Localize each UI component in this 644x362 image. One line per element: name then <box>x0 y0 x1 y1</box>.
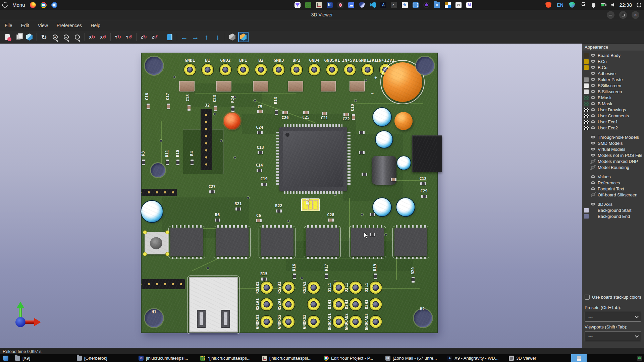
rotate-z-ccw-button[interactable]: Z↺ <box>150 32 160 42</box>
taskbar-item[interactable]: Ki[inlucrucumufaespsi... <box>139 354 200 362</box>
rotate-y-cw-button[interactable]: Y↻ <box>113 32 123 42</box>
eye-visibility-icon[interactable] <box>590 174 596 179</box>
move-up-button[interactable]: ↑ <box>201 32 212 42</box>
battery-icon[interactable] <box>601 3 606 6</box>
rotate-x-cw-button[interactable]: X↻ <box>87 32 97 42</box>
move-down-button[interactable]: ↓ <box>212 32 223 42</box>
color-swatch[interactable] <box>584 83 589 88</box>
clock[interactable]: 22:38 <box>619 2 632 8</box>
eye-visibility-icon[interactable] <box>590 202 596 206</box>
eye-visibility-icon[interactable] <box>590 147 596 152</box>
eye-visibility-icon[interactable] <box>590 107 596 112</box>
mail-m-icon[interactable]: M <box>466 2 472 8</box>
terminal-icon[interactable]: >_ <box>391 2 397 8</box>
presets-select[interactable]: --- <box>585 312 641 322</box>
schematic-app-icon[interactable] <box>316 2 322 8</box>
text-editor-icon[interactable]: ✎ <box>402 2 408 8</box>
color-swatch[interactable] <box>584 114 589 118</box>
color-swatch[interactable] <box>584 59 589 64</box>
color-swatch[interactable] <box>584 71 589 76</box>
flip-board-button[interactable] <box>164 32 175 42</box>
menu-edit[interactable]: Edit <box>21 23 29 28</box>
eye-visibility-icon[interactable] <box>590 71 596 76</box>
vpn-shield-icon[interactable] <box>569 2 575 8</box>
minimize-button[interactable] <box>607 11 614 19</box>
close-button[interactable]: × <box>632 11 639 19</box>
eye-visibility-icon[interactable] <box>590 135 596 139</box>
eye-visibility-icon[interactable] <box>590 192 596 197</box>
menu-help[interactable]: Help <box>91 23 100 28</box>
color-swatch[interactable] <box>584 53 589 58</box>
show-desktop-button[interactable] <box>3 354 8 362</box>
copy-image-button[interactable] <box>13 32 23 42</box>
zoom-out-button[interactable]: − <box>61 32 71 42</box>
bell-icon[interactable] <box>592 3 595 7</box>
eye-visibility-icon[interactable] <box>590 77 596 82</box>
move-left-button[interactable]: ← <box>179 32 190 42</box>
color-swatch[interactable] <box>584 120 589 124</box>
color-swatch[interactable] <box>584 208 589 213</box>
menu-view[interactable]: View <box>38 23 48 28</box>
eye-visibility-icon[interactable] <box>590 186 596 191</box>
mail-open-icon[interactable]: ✉ <box>455 2 462 8</box>
color-swatch[interactable] <box>584 65 589 70</box>
menu-file[interactable]: File <box>5 23 12 28</box>
brave-icon[interactable] <box>545 2 551 8</box>
reload-board-button[interactable]: ↓ <box>2 32 12 42</box>
rotate-z-cw-button[interactable]: Z↻ <box>139 32 149 42</box>
eye-visibility-icon[interactable] <box>590 165 596 170</box>
cloud-pro-icon[interactable]: ☁ <box>348 2 354 8</box>
vscode-icon[interactable] <box>370 2 376 8</box>
triangle-app-icon[interactable] <box>294 2 301 8</box>
eye-visibility-icon[interactable] <box>590 141 596 145</box>
volume-icon[interactable] <box>611 3 614 7</box>
eye-visibility-icon[interactable] <box>590 113 596 118</box>
lang-icon[interactable]: EN <box>557 2 564 8</box>
active-window-thumbnail[interactable] <box>571 354 587 362</box>
firefox-icon[interactable] <box>30 2 36 8</box>
taskbar-item[interactable]: 3D Viewer <box>509 354 571 362</box>
eye-visibility-icon[interactable] <box>590 153 596 158</box>
taskbar-item[interactable]: [Gherberok] <box>77 354 139 362</box>
render-current-view-button[interactable] <box>24 32 35 42</box>
clipboard-indicator-icon[interactable]: ♻ <box>637 356 642 361</box>
color-swatch[interactable] <box>584 77 589 82</box>
pcb-app-icon[interactable] <box>305 2 311 8</box>
3d-viewport-canvas[interactable]: GND1B1GND2BP1B2GND3BP2GND4GND5V1IN+5V1GN… <box>0 44 644 348</box>
wifi-icon[interactable] <box>580 2 586 8</box>
projection-mode-button[interactable] <box>227 32 237 42</box>
raytracing-toggle-button[interactable] <box>238 32 249 42</box>
eye-visibility-icon[interactable] <box>590 65 596 70</box>
menu-preferences[interactable]: Preferences <box>57 23 82 28</box>
eye-visibility-icon[interactable] <box>590 59 596 64</box>
eye-visibility-icon[interactable] <box>590 101 596 106</box>
refresh-view-button[interactable]: ↻ <box>39 32 49 42</box>
distro-logo-icon[interactable] <box>2 2 8 8</box>
eye-visibility-icon[interactable] <box>590 53 596 58</box>
zoom-to-fit-button[interactable] <box>72 32 83 42</box>
eye-visibility-icon[interactable] <box>590 125 596 130</box>
rotate-x-ccw-button[interactable]: X↺ <box>98 32 108 42</box>
stackup-colors-row[interactable]: Use board stackup colors <box>585 295 641 300</box>
move-right-button[interactable]: → <box>190 32 201 42</box>
color-swatch[interactable] <box>584 89 589 94</box>
record-icon[interactable] <box>337 2 343 8</box>
color-swatch[interactable] <box>584 108 589 112</box>
eye-visibility-icon[interactable] <box>590 83 596 88</box>
screenshot-icon[interactable] <box>413 2 419 8</box>
window-titlebar[interactable]: 3D Viewer × <box>0 10 644 20</box>
taskbar-item[interactable]: ✉[Zoho Mail - (67 unre... <box>385 354 447 362</box>
power-icon[interactable] <box>637 3 641 7</box>
color-swatch[interactable] <box>584 126 589 130</box>
taskbar-item[interactable]: [X9] <box>15 354 77 362</box>
layers-icon[interactable] <box>445 2 451 8</box>
taskbar-item[interactable]: Edit Your Project - P... <box>324 354 385 362</box>
system-menu-button[interactable]: Menu <box>12 2 25 8</box>
chrome-icon[interactable] <box>41 2 47 8</box>
eye-visibility-icon[interactable] <box>590 89 596 94</box>
eye-visibility-icon[interactable] <box>590 159 596 164</box>
restore-button[interactable] <box>619 11 627 19</box>
chromium-icon[interactable] <box>51 2 57 8</box>
stackup-colors-checkbox[interactable] <box>585 295 590 300</box>
files-icon[interactable] <box>434 2 440 8</box>
